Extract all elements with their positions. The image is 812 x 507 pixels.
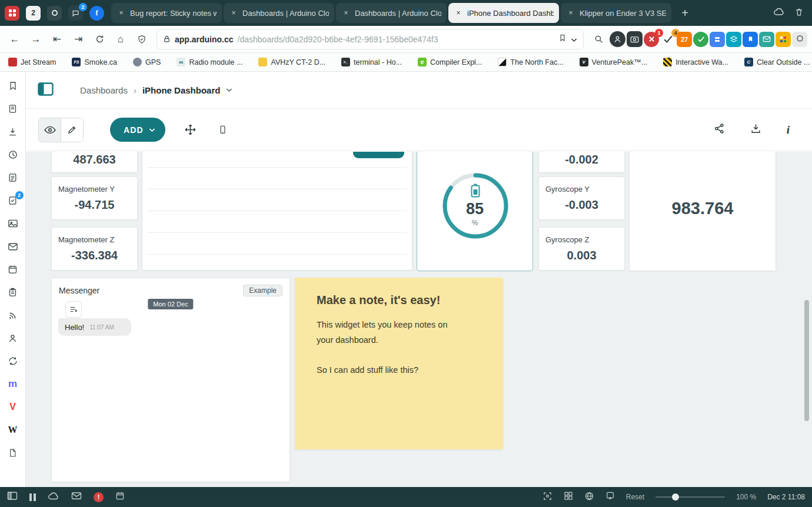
tab-klipper[interactable]: × Klipper on Ender 3 V3 SE: <box>561 3 671 23</box>
address-field[interactable]: app.arduino.cc /dashboards/d0a2d920-b6be… <box>157 29 584 49</box>
add-widget-button[interactable]: ADD <box>110 118 165 142</box>
widget-gyroscope-x[interactable]: -0.002 <box>538 152 625 173</box>
tab-iphone-dashboard-active[interactable]: × iPhone Dashboard Dashb <box>448 3 559 23</box>
extension-blocker-icon[interactable]: 1 <box>644 32 659 47</box>
bookmark-avhzy[interactable]: AVHzY CT-2 D... <box>258 58 325 66</box>
cloud-status-icon[interactable] <box>48 492 59 503</box>
zoom-reset-button[interactable]: Reset <box>626 493 644 501</box>
extension-mail-icon[interactable] <box>759 32 774 47</box>
reload-button[interactable] <box>89 30 109 49</box>
chart-range-button[interactable] <box>353 152 404 158</box>
calendar-pinned-tab-icon[interactable]: 2 <box>26 6 41 21</box>
extension-session-icon[interactable] <box>710 32 725 47</box>
download-icon[interactable] <box>750 123 761 136</box>
share-icon[interactable] <box>714 123 725 136</box>
shield-icon[interactable] <box>132 30 152 49</box>
bookmark-compiler-explorer[interactable]: eCompiler Expl... <box>418 58 482 66</box>
forward-button[interactable]: → <box>26 30 46 49</box>
close-icon[interactable]: × <box>229 8 238 18</box>
bookmark-terminal[interactable]: >_terminal - Ho... <box>341 58 402 66</box>
speed-dial-icon[interactable] <box>5 6 19 21</box>
widget-messenger[interactable]: Messenger Example Mon 02 Dec Hello! 11:0… <box>51 278 290 482</box>
calendar-status-icon[interactable] <box>115 491 125 503</box>
edit-mode-button[interactable] <box>61 118 83 142</box>
bookmark-gps[interactable]: GPS <box>133 58 161 66</box>
widget-sticky-note[interactable]: Make a note, it's easy! This widget lets… <box>295 278 503 449</box>
alert-status-icon[interactable]: ! <box>94 492 104 502</box>
bookmark-smoke-ca[interactable]: FSSmoke.ca <box>72 58 117 66</box>
app-pinned-tab-icon[interactable] <box>47 6 62 21</box>
images-panel-icon[interactable] <box>6 217 19 230</box>
translate-globe-icon[interactable] <box>584 491 594 503</box>
close-icon[interactable]: × <box>341 8 351 18</box>
zoom-slider[interactable] <box>655 496 725 498</box>
tab-dashboards-2[interactable]: × Dashboards | Arduino Clo <box>336 3 447 23</box>
bookmark-jet-stream[interactable]: Jet Stream <box>8 58 56 66</box>
mastodon-webpanel-icon[interactable]: m <box>6 378 19 391</box>
notes-panel-icon[interactable] <box>6 171 19 184</box>
reading-list-panel-icon[interactable] <box>6 102 19 115</box>
breadcrumb-caret-icon[interactable] <box>226 88 232 92</box>
extension-theme-icon[interactable] <box>776 32 791 47</box>
close-icon[interactable]: × <box>454 8 463 18</box>
close-icon[interactable]: × <box>566 8 575 18</box>
tab-dashboards-1[interactable]: × Dashboards | Arduino Clo <box>224 3 334 23</box>
mobile-preview-icon[interactable] <box>216 123 230 137</box>
extension-tasks-icon[interactable]: 4 <box>660 32 675 47</box>
trash-icon[interactable] <box>794 7 804 19</box>
vertical-scrollbar-thumb[interactable] <box>804 300 809 421</box>
view-mode-button[interactable] <box>39 118 61 142</box>
mail-panel-icon[interactable] <box>6 240 19 253</box>
search-icon[interactable] <box>588 30 608 49</box>
bookmark-dropdown-caret[interactable] <box>571 34 577 45</box>
bookmark-venturepeak[interactable]: VVenturePeak™... <box>580 58 648 66</box>
widget-gyroscope-y[interactable]: Gyroscope Y -0.003 <box>538 176 625 220</box>
bookmark-clear-outside[interactable]: CClear Outside ... <box>744 58 810 66</box>
tasks-panel-icon[interactable]: 2 <box>6 194 19 207</box>
extension-bookmark-icon[interactable] <box>743 32 758 47</box>
contacts-panel-icon[interactable] <box>6 332 19 345</box>
widget-magnetometer-y[interactable]: Magnetometer Y -94.715 <box>51 176 138 220</box>
widget-large-value[interactable]: 983.764 <box>629 152 776 271</box>
arrange-widgets-icon[interactable] <box>184 123 198 137</box>
rewind-button[interactable]: ⇤ <box>47 30 67 49</box>
extensions-menu-icon[interactable] <box>792 32 807 47</box>
todo-panel-icon[interactable] <box>6 286 19 299</box>
tile-windows-icon[interactable] <box>564 491 573 503</box>
feeds-panel-icon[interactable] <box>6 309 19 322</box>
extension-status-icon[interactable] <box>693 32 708 47</box>
extension-date-icon[interactable]: 27 <box>677 32 692 47</box>
info-icon[interactable]: i <box>787 124 790 136</box>
tab-bug-report[interactable]: × Bug report: Sticky notes w <box>111 3 222 23</box>
capture-area-icon[interactable] <box>543 491 553 503</box>
bookmark-radio-module[interactable]: ∞Radio module ... <box>177 58 242 66</box>
sessions-panel-icon[interactable] <box>6 355 19 368</box>
bookmark-flag-icon[interactable] <box>558 34 567 45</box>
page-webpanel-icon[interactable] <box>6 446 19 459</box>
new-tab-button[interactable]: + <box>677 6 693 20</box>
home-button[interactable]: ⌂ <box>111 30 131 49</box>
wikipedia-webpanel-icon[interactable]: W <box>6 423 19 436</box>
bookmark-north-face[interactable]: The North Fac... <box>498 58 563 66</box>
widget-magnetometer-x[interactable]: 487.663 <box>51 152 138 173</box>
breadcrumb-dashboards-link[interactable]: Dashboards <box>80 85 128 95</box>
sync-cloud-icon[interactable] <box>773 7 785 19</box>
capture-page-icon[interactable] <box>605 491 615 503</box>
widget-chart[interactable] <box>142 152 412 271</box>
vivaldi-webpanel-icon[interactable]: V <box>6 401 19 413</box>
back-button[interactable]: ← <box>5 30 25 49</box>
screen-capture-icon[interactable] <box>627 31 643 47</box>
mail-status-icon[interactable] <box>71 492 82 502</box>
extension-layers-icon[interactable] <box>726 32 741 47</box>
bookmark-interactive-wa[interactable]: Interactive Wa... <box>663 58 728 66</box>
close-icon[interactable]: × <box>117 8 126 18</box>
panel-toggle-icon[interactable] <box>38 82 54 98</box>
zoom-slider-knob[interactable] <box>672 493 679 501</box>
panel-toggle-statusbar-icon[interactable] <box>7 491 18 503</box>
widget-battery[interactable]: 85 % <box>417 152 533 271</box>
fast-forward-button[interactable]: ⇥ <box>68 30 88 49</box>
history-panel-icon[interactable] <box>6 148 19 161</box>
widget-magnetometer-z[interactable]: Magnetometer Z -336.384 <box>51 227 138 271</box>
bookmarks-panel-icon[interactable] <box>6 79 19 92</box>
calendar-panel-icon[interactable] <box>6 263 19 276</box>
